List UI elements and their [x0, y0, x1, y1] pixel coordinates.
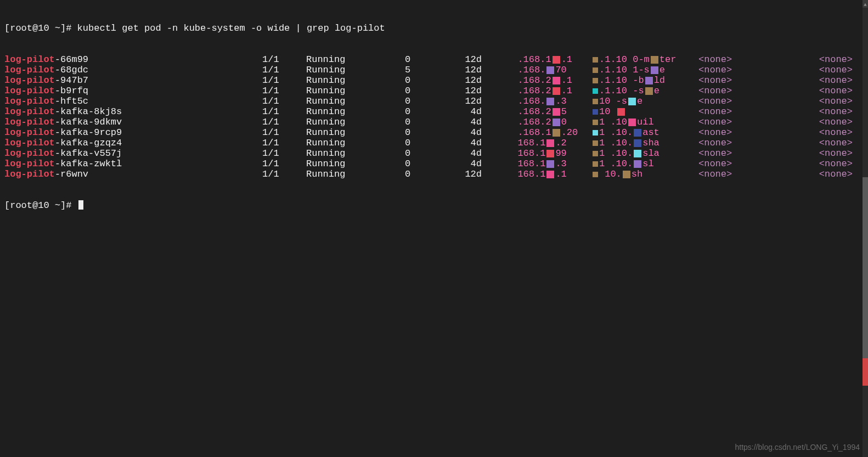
pod-status: Running — [306, 75, 405, 86]
pod-ip: .168.70 — [506, 65, 591, 75]
pod-row: log-pilot-r6wnv1/1Running012d 168.1.1 10… — [4, 169, 864, 179]
pod-name: log-pilot-kafka-v557j — [4, 148, 262, 159]
pod-row: log-pilot-kafka-gzqz41/1Running04d 168.1… — [4, 138, 864, 148]
pod-ready: 1/1 — [262, 148, 306, 159]
command-text: kubectl get pod -n kube-system -o wide |… — [71, 23, 385, 33]
pod-readiness: <none> — [784, 138, 864, 148]
pod-ready: 1/1 — [262, 117, 306, 127]
pod-row: log-pilot-kafka-8kj8s1/1Running04d .168.… — [4, 106, 864, 117]
pod-age: 12d — [463, 96, 506, 106]
pod-nominated: <none> — [698, 148, 784, 159]
pod-ip: 168.1.1 — [506, 169, 591, 179]
pod-name: log-pilot-66m99 — [4, 54, 262, 65]
prompt: [root@10 ~]# — [4, 23, 71, 33]
scrollbar-up-icon[interactable]: ▲ — [863, 0, 868, 8]
cursor — [78, 200, 83, 210]
pod-node: .1.10 -bld — [591, 75, 698, 86]
pod-status: Running — [306, 138, 405, 148]
pod-nominated: <none> — [698, 117, 784, 127]
pod-restarts: 0 — [405, 54, 463, 65]
pod-restarts: 0 — [405, 127, 463, 138]
pod-node: 10 -se — [591, 96, 698, 106]
pod-readiness: <none> — [784, 127, 864, 138]
pod-readiness: <none> — [784, 96, 864, 106]
pod-readiness: <none> — [784, 117, 864, 127]
pod-status: Running — [306, 169, 405, 179]
pod-readiness: <none> — [784, 65, 864, 75]
pod-ready: 1/1 — [262, 86, 306, 96]
pod-name: log-pilot-b9rfq — [4, 86, 262, 96]
pod-ready: 1/1 — [262, 75, 306, 86]
pod-row: log-pilot-kafka-v557j1/1Running04d 168.1… — [4, 148, 864, 159]
pod-age: 4d — [463, 148, 506, 159]
pod-node: 1 .10.sla — [591, 148, 698, 159]
pod-node: 1 .10uil — [591, 117, 698, 127]
pod-readiness: <none> — [784, 86, 864, 96]
pod-node: .1.10 0-mter — [591, 54, 698, 65]
pod-restarts: 0 — [405, 138, 463, 148]
pod-nominated: <none> — [698, 127, 784, 138]
pod-ready: 1/1 — [262, 106, 306, 117]
pod-ip: 168.1.3 — [506, 159, 591, 169]
pod-ip: .168.20 — [506, 117, 591, 127]
pod-ip: .168.1.20 — [506, 127, 591, 138]
pod-restarts: 0 — [405, 117, 463, 127]
pod-nominated: <none> — [698, 65, 784, 75]
scrollbar-thumb-indicator — [863, 358, 868, 386]
pod-node: 1 .10.sl — [591, 159, 698, 169]
pod-restarts: 0 — [405, 159, 463, 169]
pod-age: 4d — [463, 117, 506, 127]
pod-age: 12d — [463, 75, 506, 86]
pod-name: log-pilot-68gdc — [4, 65, 262, 75]
pod-name: log-pilot-947b7 — [4, 75, 262, 86]
pod-ready: 1/1 — [262, 138, 306, 148]
pod-age: 12d — [463, 86, 506, 96]
pod-restarts: 5 — [405, 65, 463, 75]
watermark: https://blog.csdn.net/LONG_Yi_1994 — [735, 442, 860, 453]
pod-ready: 1/1 — [262, 169, 306, 179]
pod-status: Running — [306, 86, 405, 96]
pod-status: Running — [306, 127, 405, 138]
pod-ready: 1/1 — [262, 159, 306, 169]
pod-readiness: <none> — [784, 159, 864, 169]
pod-nominated: <none> — [698, 86, 784, 96]
pod-status: Running — [306, 54, 405, 65]
pod-readiness: <none> — [784, 54, 864, 65]
pod-nominated: <none> — [698, 138, 784, 148]
pod-status: Running — [306, 65, 405, 75]
pod-ip: .168..3 — [506, 96, 591, 106]
pod-ip: .168.2.1 — [506, 86, 591, 96]
pod-node: 1 .10.sha — [591, 138, 698, 148]
pod-age: 4d — [463, 106, 506, 117]
pod-nominated: <none> — [698, 54, 784, 65]
pod-name: log-pilot-r6wnv — [4, 169, 262, 179]
pod-node: 1 .10.ast — [591, 127, 698, 138]
pod-name: log-pilot-kafka-gzqz4 — [4, 138, 262, 148]
pod-row: log-pilot-kafka-zwktl1/1Running04d 168.1… — [4, 159, 864, 169]
pod-nominated: <none> — [698, 75, 784, 86]
terminal-output[interactable]: [root@10 ~]# kubectl get pod -n kube-sys… — [0, 0, 868, 223]
prompt: [root@10 ~]# — [4, 200, 77, 211]
pod-nominated: <none> — [698, 169, 784, 179]
pod-readiness: <none> — [784, 75, 864, 86]
pod-node: 10.sh — [591, 169, 698, 179]
pod-row: log-pilot-kafka-9rcp91/1Running04d .168.… — [4, 127, 864, 138]
scrollbar[interactable]: ▲ — [863, 0, 868, 457]
pod-node: .1.10 1-se — [591, 65, 698, 75]
pod-ip: 168.199 — [506, 148, 591, 159]
pod-ip: .168.1.1 — [506, 54, 591, 65]
pod-ready: 1/1 — [262, 65, 306, 75]
pod-readiness: <none> — [784, 148, 864, 159]
pod-restarts: 0 — [405, 169, 463, 179]
pod-row: log-pilot-kafka-9dkmv1/1Running04d .168.… — [4, 117, 864, 127]
pod-age: 12d — [463, 65, 506, 75]
scrollbar-thumb[interactable] — [863, 177, 868, 386]
pod-status: Running — [306, 96, 405, 106]
pod-nominated: <none> — [698, 159, 784, 169]
pod-ip: .168.2.1 — [506, 75, 591, 86]
pod-name: log-pilot-kafka-8kj8s — [4, 106, 262, 117]
pod-age: 12d — [463, 169, 506, 179]
pod-name: log-pilot-kafka-9dkmv — [4, 117, 262, 127]
pod-ip: 168.1.2 — [506, 138, 591, 148]
pod-age: 12d — [463, 54, 506, 65]
